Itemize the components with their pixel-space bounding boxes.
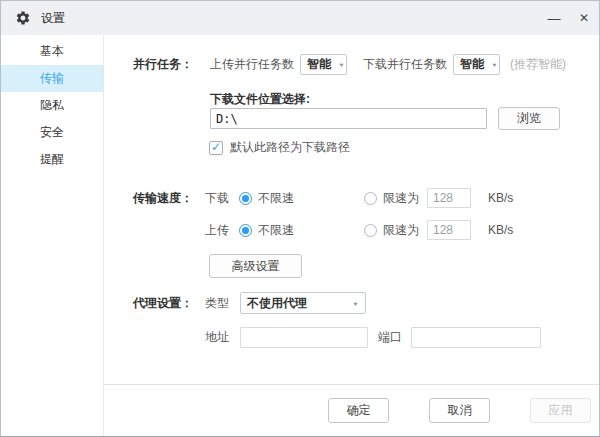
proxy-section-label: 代理设置： — [133, 295, 205, 312]
window-title: 设置 — [41, 10, 65, 27]
ok-button[interactable]: 确定 — [328, 398, 389, 423]
download-path-input[interactable] — [210, 108, 487, 129]
upload-limit-radio[interactable] — [364, 224, 377, 237]
advanced-settings-button[interactable]: 高级设置 — [209, 254, 302, 278]
upload-parallel-label: 上传并行任务数 — [210, 56, 294, 73]
download-unlimited-radio[interactable] — [239, 192, 252, 205]
download-parallel-label: 下载并行任务数 — [363, 56, 447, 73]
upload-limit-label: 限速为 — [383, 222, 419, 239]
upload-unlimited-radio[interactable] — [239, 224, 252, 237]
download-location-label: 下载文件位置选择: — [210, 91, 310, 108]
download-parallel-dropdown[interactable]: 智能 ▼ — [453, 54, 500, 75]
sidebar: 基本 传输 隐私 安全 提醒 — [1, 35, 104, 436]
proxy-type-value: 不使用代理 — [247, 295, 307, 312]
proxy-type-dropdown[interactable]: 不使用代理 ▼ — [240, 292, 366, 314]
upload-parallel-value: 智能 — [307, 56, 331, 73]
upload-limit-unit: KB/s — [488, 223, 513, 237]
browse-button[interactable]: 浏览 — [498, 107, 560, 130]
download-limit-input[interactable] — [427, 188, 471, 208]
chevron-down-icon: ▼ — [491, 62, 498, 68]
proxy-port-input[interactable] — [411, 327, 541, 348]
sidebar-item-privacy[interactable]: 隐私 — [1, 92, 103, 119]
upload-parallel-dropdown[interactable]: 智能 ▼ — [300, 54, 347, 75]
settings-window: 设置 — ✕ 基本 传输 隐私 安全 提醒 并行任务： 上传并行任务数 — [0, 0, 600, 437]
titlebar: 设置 — ✕ — [1, 1, 599, 35]
chevron-down-icon: ▼ — [352, 300, 359, 306]
sidebar-item-reminder[interactable]: 提醒 — [1, 146, 103, 173]
apply-button[interactable]: 应用 — [530, 398, 591, 423]
upload-limit-input[interactable] — [427, 220, 471, 240]
sidebar-item-basic[interactable]: 基本 — [1, 38, 103, 65]
sidebar-item-transfer[interactable]: 传输 — [1, 65, 103, 92]
speed-download-label: 下载 — [205, 190, 229, 207]
gear-icon — [15, 10, 31, 26]
download-limit-unit: KB/s — [488, 191, 513, 205]
download-unlimited-label: 不限速 — [258, 190, 294, 207]
minimize-button[interactable]: — — [539, 1, 569, 35]
speed-section-label: 传输速度： — [133, 190, 205, 207]
footer-bar: 确定 取消 应用 — [104, 384, 599, 436]
transfer-settings-panel: 并行任务： 上传并行任务数 智能 ▼ 下载并行任务数 智能 ▼ (推荐智能) 下 — [104, 35, 599, 384]
download-limit-radio[interactable] — [364, 192, 377, 205]
speed-upload-label: 上传 — [205, 222, 229, 239]
proxy-type-label: 类型 — [205, 295, 229, 312]
chevron-down-icon: ▼ — [338, 62, 345, 68]
recommend-hint: (推荐智能) — [510, 56, 566, 73]
default-path-checkbox-label: 默认此路径为下载路径 — [230, 139, 350, 156]
download-parallel-value: 智能 — [460, 56, 484, 73]
cancel-button[interactable]: 取消 — [429, 398, 490, 423]
proxy-address-input[interactable] — [240, 327, 368, 348]
checkmark-icon: ✓ — [211, 141, 221, 153]
proxy-port-label: 端口 — [378, 329, 402, 346]
proxy-address-label: 地址 — [205, 329, 229, 346]
upload-unlimited-label: 不限速 — [258, 222, 294, 239]
download-limit-label: 限速为 — [383, 190, 419, 207]
sidebar-item-security[interactable]: 安全 — [1, 119, 103, 146]
minimize-icon: — — [548, 11, 561, 26]
close-icon: ✕ — [579, 11, 589, 25]
close-button[interactable]: ✕ — [569, 1, 599, 35]
parallel-tasks-section-label: 并行任务： — [133, 56, 210, 73]
default-path-checkbox[interactable]: ✓ — [209, 141, 223, 155]
